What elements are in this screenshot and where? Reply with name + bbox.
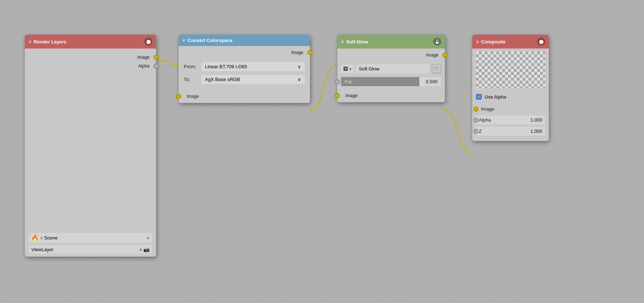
use-alpha-row: ✓ Use Alpha [476,92,545,101]
scene-name-label: Scene [44,235,145,241]
cc-from-row: From: Linear BT.709 I-D65 ∨ [184,62,305,71]
comp-z-field-value: 1.000 [530,129,542,134]
composite-header-icon: ⬤ [537,38,545,46]
sg-image-out-row: Image [337,92,445,99]
comp-alpha-field-value: 1.000 [530,117,542,123]
cc-from-select[interactable]: Linear BT.709 I-D65 ∨ [201,62,305,71]
view-layer-name-label: ViewLayer [31,247,138,252]
comp-z-field[interactable]: Z 1.000 [476,127,545,136]
view-layer-row: ViewLayer ∨ 📷 [28,245,152,254]
comp-image-label: Image [476,105,494,113]
soft-glow-header[interactable]: ∨ Soft Glow 💾 [337,35,445,49]
view-layer-dropdown-chevron[interactable]: ∨ [139,248,142,252]
comp-z-field-label: Z [479,129,482,134]
render-layers-header-icon: ⬤ [144,38,152,46]
sg-image-in-row: Image [337,51,445,59]
comp-image-socket[interactable] [473,107,478,112]
composite-collapse-arrow[interactable]: ∨ [476,39,479,44]
sg-effect-icon: 🖼 [343,66,348,72]
sg-fac-value[interactable]: 0.500 [419,77,441,86]
soft-glow-save-icon[interactable]: 💾 [433,38,441,46]
sg-fac-value-label: 0.500 [426,79,438,84]
scene-dropdown-chevron: ∨ [40,236,43,240]
cc-to-label: To: [184,77,198,82]
cc-to-value: AgX Base sRGB [205,77,240,82]
sg-image-out-label: Image [344,93,357,98]
comp-z-row: Z 1.000 [476,127,545,136]
cc-image-in-label: Image [291,50,303,55]
convert-colorspace-title: Convert Colorspace [187,38,233,43]
render-layers-body: Image Alpha 🔥 ∨ Scene × ViewLayer ∨ � [25,49,156,257]
sg-image-in-socket[interactable] [442,53,447,58]
sg-image-out-socket[interactable] [335,93,340,98]
cc-from-chevron: ∨ [298,64,301,69]
render-layers-title: Render Layers [34,39,66,45]
convert-colorspace-node: ∨ Convert Colorspace Image From: Linear … [179,35,310,103]
sg-effect-chevron: ∨ [349,67,352,71]
comp-alpha-socket[interactable] [473,118,478,123]
cc-from-value: Linear BT.709 I-D65 [205,64,247,69]
sg-fac-label: Fac [345,79,353,84]
comp-image-row: Image [476,105,545,113]
comp-alpha-row: Alpha 1.000 [476,115,545,124]
convert-colorspace-header[interactable]: ∨ Convert Colorspace [179,35,310,46]
view-layer-render-icon[interactable]: 📷 [143,246,150,252]
comp-alpha-field[interactable]: Alpha 1.000 [476,115,545,124]
render-layers-alpha-label: Alpha [138,64,150,69]
cc-from-label: From: [184,64,198,69]
render-layers-image-row: Image [25,54,156,61]
render-layers-alpha-socket[interactable] [154,64,159,69]
cc-to-row: To: AgX Base sRGB ∨ [184,75,305,84]
sg-icon-box[interactable]: 🖼 ∨ [341,65,354,73]
sg-shield-button[interactable]: 🛡 [432,64,441,73]
cc-to-chevron: ∨ [298,77,301,82]
composite-node: ∨ Composite ⬤ ✓ Use Alpha Image Alpha 1.… [472,35,549,141]
comp-z-socket[interactable] [473,129,478,134]
sg-image-in-label: Image [426,53,438,58]
sg-fac-bar[interactable]: Fac [341,77,419,86]
cc-image-out-row: Image [179,93,310,100]
cc-image-out-label: Image [185,94,199,99]
sg-fac-socket[interactable] [335,79,340,84]
soft-glow-collapse-arrow[interactable]: ∨ [341,39,344,44]
render-layers-alpha-row: Alpha [25,62,156,70]
cc-image-in-socket[interactable] [307,50,313,55]
composite-header[interactable]: ∨ Composite ⬤ [472,35,549,49]
cc-image-out-socket[interactable] [176,94,181,99]
use-alpha-checkbox[interactable]: ✓ [476,94,482,100]
sg-effect-name[interactable]: Soft Glow [356,64,430,73]
render-layers-image-label: Image [137,55,150,60]
render-layers-header[interactable]: ∨ Render Layers ⬤ [25,35,156,49]
soft-glow-title: Soft Glow [346,39,368,45]
composite-title: Composite [481,39,505,45]
soft-glow-node: ∨ Soft Glow 💾 Image 🖼 ∨ Soft Glow 🛡 [337,35,445,102]
render-layers-collapse-arrow[interactable]: ∨ [28,39,31,44]
composite-body: ✓ Use Alpha Image Alpha 1.000 Z 1.000 [472,49,549,141]
sg-effect-row: 🖼 ∨ Soft Glow 🛡 [341,64,441,73]
scene-row: 🔥 ∨ Scene × [28,233,152,243]
cc-to-select[interactable]: AgX Base sRGB ∨ [201,75,305,84]
comp-alpha-field-label: Alpha [479,117,491,123]
sg-fac-row: Fac 0.500 [341,77,441,86]
use-alpha-label: Use Alpha [485,94,506,100]
cc-image-in-row: Image [179,49,310,56]
sg-effect-name-label: Soft Glow [359,66,379,72]
render-layers-image-socket[interactable] [154,55,159,60]
scene-icon: 🔥 [31,234,39,241]
scene-clear-button[interactable]: × [147,235,150,241]
convert-colorspace-collapse-arrow[interactable]: ∨ [182,38,185,43]
convert-colorspace-body: Image From: Linear BT.709 I-D65 ∨ To: Ag… [179,46,310,103]
render-layers-node: ∨ Render Layers ⬤ Image Alpha 🔥 ∨ [25,35,156,257]
composite-preview [476,51,545,88]
soft-glow-body: Image 🖼 ∨ Soft Glow 🛡 Fac 0. [337,49,445,102]
